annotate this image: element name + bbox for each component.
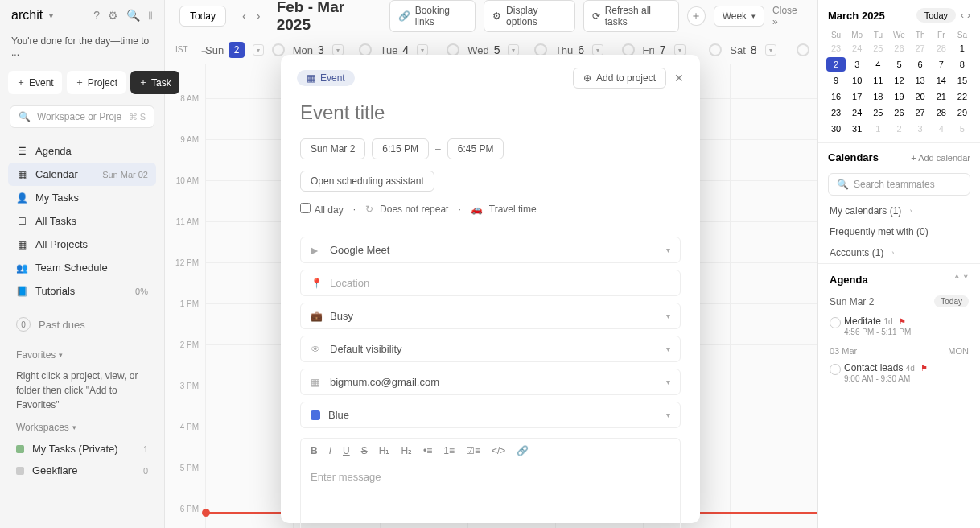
minical-day[interactable]: 29	[953, 105, 972, 120]
week-select[interactable]: Week▾	[714, 6, 764, 27]
minical-day[interactable]: 4	[868, 57, 887, 72]
project-button[interactable]: ＋Project	[67, 71, 126, 94]
collapse-up-icon[interactable]: ˄	[954, 274, 960, 286]
h2-icon[interactable]: H₂	[401, 445, 412, 456]
nav-my-tasks[interactable]: 👤My Tasks	[8, 186, 156, 209]
minical-day[interactable]: 23	[826, 41, 846, 56]
chevron-down-icon[interactable]: ▾	[674, 44, 686, 56]
collapse-down-icon[interactable]: ˅	[963, 274, 969, 286]
all-day-checkbox[interactable]: All day	[300, 203, 344, 216]
prev-week-icon[interactable]: ‹	[237, 6, 251, 25]
today-button[interactable]: Today	[179, 6, 226, 27]
event-type-chip[interactable]: ▦Event	[297, 70, 355, 86]
refresh-button[interactable]: ⟳Refresh all tasks	[583, 0, 679, 32]
minical-day[interactable]: 28	[932, 105, 951, 120]
minical-day[interactable]: 13	[911, 73, 930, 88]
minical-day[interactable]: 20	[911, 89, 930, 104]
minical-day[interactable]: 31	[847, 122, 867, 136]
gear-icon[interactable]: ⚙	[108, 9, 118, 23]
minical-day[interactable]: 23	[826, 105, 846, 120]
collapse-icon[interactable]: ⦀	[148, 9, 153, 23]
bold-icon[interactable]: B	[311, 445, 318, 456]
day-header[interactable]: Sun2▾	[205, 39, 293, 61]
minical-day[interactable]: 26	[889, 105, 908, 120]
add-to-project-button[interactable]: ⊕Add to project	[573, 68, 666, 89]
italic-icon[interactable]: I	[329, 445, 331, 456]
minical-day[interactable]: 16	[826, 89, 846, 104]
nav-team-schedule[interactable]: 👥Team Schedule	[8, 256, 156, 279]
color-select[interactable]: Blue▾	[300, 402, 681, 428]
minical-day[interactable]: 5	[953, 122, 972, 136]
minical-day[interactable]: 25	[868, 41, 887, 56]
minical-day[interactable]: 10	[847, 73, 867, 88]
description-input[interactable]: Enter message	[300, 463, 681, 528]
minical-day[interactable]: 7	[932, 57, 951, 72]
minical-day[interactable]: 17	[847, 89, 867, 104]
scheduling-assistant-button[interactable]: Open scheduling assistant	[300, 171, 434, 192]
minical-day[interactable]: 21	[932, 89, 951, 104]
add-button[interactable]: ＋	[687, 6, 705, 26]
minical-day[interactable]: 11	[868, 73, 887, 88]
teammate-search[interactable]: 🔍 Search teammates	[828, 173, 970, 196]
nav-calendar[interactable]: ▦CalendarSun Mar 02	[8, 163, 156, 186]
minical-day[interactable]: 2	[826, 57, 846, 72]
code-icon[interactable]: </>	[492, 445, 505, 456]
chevron-down-icon[interactable]: ▾	[332, 44, 344, 56]
link-icon[interactable]: 🔗	[517, 445, 529, 456]
minical-day[interactable]: 27	[911, 41, 930, 56]
chevron-down-icon[interactable]: ▾	[253, 44, 264, 56]
workspace-search[interactable]: 🔍 Workspace or Proje ⌘ S	[10, 105, 154, 128]
minical-day[interactable]: 8	[953, 57, 972, 72]
workspace-item[interactable]: Geekflare0	[0, 460, 164, 481]
minical-day[interactable]: 18	[868, 89, 887, 104]
availability-select[interactable]: 💼Busy▾	[300, 303, 681, 329]
strike-icon[interactable]: S	[361, 445, 368, 456]
minical-day[interactable]: 3	[847, 57, 867, 72]
visibility-select[interactable]: 👁Default visibility▾	[300, 336, 681, 362]
nav-tutorials[interactable]: 📘Tutorials0%	[8, 279, 156, 303]
minical-prev-icon[interactable]: ‹	[961, 10, 964, 21]
workspace-item[interactable]: My Tasks (Private)1	[0, 438, 164, 460]
minical-day[interactable]: 30	[826, 122, 846, 136]
repeat-select[interactable]: Does not repeat	[380, 204, 448, 215]
minical-day[interactable]: 9	[826, 73, 846, 88]
next-week-icon[interactable]: ›	[251, 6, 265, 25]
location-input[interactable]: 📍Location	[300, 270, 681, 296]
agenda-event[interactable]: Meditate 1d ⚑ 4:56 PM - 5:11 PM	[818, 312, 980, 340]
help-icon[interactable]: ?	[93, 9, 100, 23]
minical-day[interactable]: 2	[889, 122, 908, 136]
add-workspace-icon[interactable]: +	[147, 422, 153, 433]
minical-day[interactable]: 28	[932, 41, 951, 56]
workspace-header[interactable]: archit ▾ ? ⚙ 🔍 ⦀	[0, 0, 164, 31]
past-dues[interactable]: 0 Past dues	[0, 306, 164, 343]
number-list-icon[interactable]: 1≡	[443, 445, 455, 456]
minical-day[interactable]: 24	[847, 41, 867, 56]
accounts-toggle[interactable]: Accounts (1)›	[818, 242, 980, 263]
check-list-icon[interactable]: ☑≡	[466, 445, 480, 456]
favorites-header[interactable]: Favorites ▾	[0, 343, 164, 365]
underline-icon[interactable]: U	[343, 445, 350, 456]
nav-agenda[interactable]: ☰Agenda	[8, 139, 156, 163]
chevron-down-icon[interactable]: ▾	[508, 44, 519, 56]
minical-day[interactable]: 14	[932, 73, 951, 88]
chevron-down-icon[interactable]: ▾	[765, 44, 776, 56]
event-title-input[interactable]	[281, 97, 700, 135]
minical-day[interactable]: 12	[889, 73, 908, 88]
end-time-chip[interactable]: 6:45 PM	[447, 138, 504, 159]
booking-links-button[interactable]: 🔗Booking links	[389, 0, 476, 32]
start-time-chip[interactable]: 6:15 PM	[372, 138, 429, 159]
nav-all-tasks[interactable]: ☐All Tasks	[8, 209, 156, 233]
minical-day[interactable]: 24	[847, 105, 867, 120]
nav-all-projects[interactable]: ▦All Projects	[8, 233, 156, 256]
chevron-down-icon[interactable]: ▾	[417, 44, 428, 56]
bullet-list-icon[interactable]: •≡	[423, 445, 432, 456]
minical-day[interactable]: 27	[911, 105, 930, 120]
close-icon[interactable]: ✕	[674, 72, 684, 85]
h1-icon[interactable]: H₁	[379, 445, 390, 456]
add-calendar-button[interactable]: + Add calendar	[911, 153, 970, 163]
minical-day[interactable]: 6	[911, 57, 930, 72]
minical-day[interactable]: 15	[953, 73, 972, 88]
video-meet-select[interactable]: ▶Google Meet▾	[300, 237, 681, 263]
minical-today-button[interactable]: Today	[916, 8, 956, 23]
minical-next-icon[interactable]: ›	[967, 10, 970, 21]
